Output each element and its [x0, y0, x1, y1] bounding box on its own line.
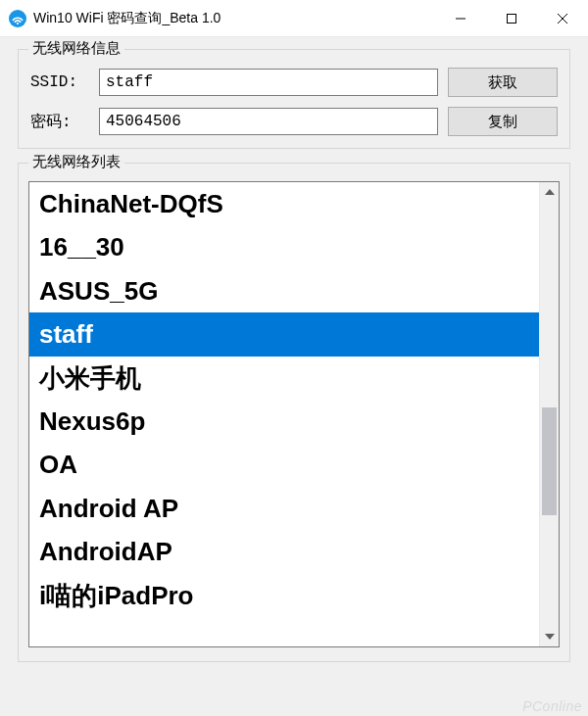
titlebar: Win10 WiFi 密码查询_Beta 1.0 — [0, 0, 588, 37]
scroll-thumb[interactable] — [542, 407, 557, 515]
wifi-list-group: 无线网络列表 ChinaNet-DQfS16__30ASUS_5Gstaff小米… — [18, 163, 570, 662]
wifi-list-legend: 无线网络列表 — [28, 153, 124, 171]
watermark: PConline — [522, 698, 582, 714]
svg-point-1 — [17, 22, 19, 24]
window-title: Win10 WiFi 密码查询_Beta 1.0 — [33, 10, 435, 27]
ssid-input[interactable] — [99, 69, 438, 96]
scroll-up-button[interactable] — [540, 182, 559, 202]
scrollbar[interactable] — [539, 182, 559, 646]
wifi-info-group: 无线网络信息 SSID: 获取 密码: 复制 — [18, 49, 570, 149]
close-button[interactable] — [537, 0, 588, 37]
list-item[interactable]: OA — [29, 443, 539, 486]
list-item[interactable]: Android AP — [29, 487, 539, 530]
app-icon — [8, 9, 27, 28]
list-item[interactable]: 小米手机 — [29, 357, 539, 400]
list-item[interactable]: staff — [29, 312, 539, 356]
list-item[interactable]: AndroidAP — [29, 530, 539, 573]
window-controls — [435, 0, 588, 36]
password-input[interactable] — [99, 108, 438, 135]
list-item[interactable]: ASUS_5G — [29, 269, 539, 312]
password-label: 密码: — [30, 112, 99, 132]
scroll-down-button[interactable] — [540, 627, 559, 646]
password-row: 密码: 复制 — [30, 107, 558, 136]
ssid-row: SSID: 获取 — [30, 68, 558, 97]
list-item[interactable]: ChinaNet-DQfS — [29, 182, 539, 225]
list-item[interactable]: 16__30 — [29, 225, 539, 268]
list-item[interactable]: Nexus6p — [29, 400, 539, 443]
copy-button[interactable]: 复制 — [448, 107, 558, 136]
list-item[interactable]: i喵的iPadPro — [29, 574, 539, 617]
get-button[interactable]: 获取 — [448, 68, 558, 97]
svg-rect-3 — [508, 15, 516, 24]
minimize-button[interactable] — [435, 0, 486, 37]
client-area: 无线网络信息 SSID: 获取 密码: 复制 无线网络列表 ChinaNet-D… — [0, 37, 588, 716]
wifi-info-legend: 无线网络信息 — [28, 39, 124, 58]
wifi-list-container: ChinaNet-DQfS16__30ASUS_5Gstaff小米手机Nexus… — [28, 181, 560, 647]
wifi-listbox[interactable]: ChinaNet-DQfS16__30ASUS_5Gstaff小米手机Nexus… — [29, 182, 539, 646]
maximize-button[interactable] — [486, 0, 537, 37]
ssid-label: SSID: — [30, 73, 99, 91]
